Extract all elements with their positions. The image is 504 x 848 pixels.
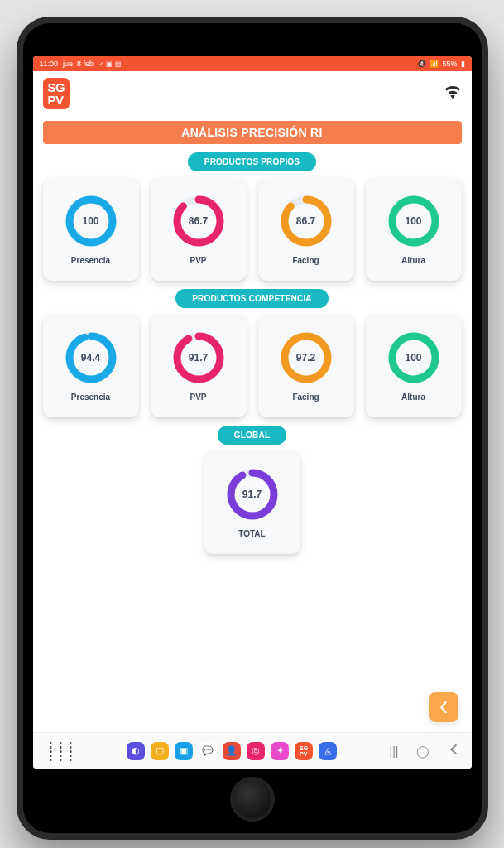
app-logo[interactable]: SG PV [43, 78, 70, 109]
dock-app-icon[interactable]: 👤 [223, 742, 241, 760]
tablet-frame: 11:00 jue, 8 feb ✓ ▣ ▤ 🔇 📶 55% ▮ SG PV [17, 17, 488, 840]
logo-line-2: PV [48, 94, 65, 106]
dock-app-icon[interactable]: ◬ [319, 742, 337, 760]
status-tray-icons: ✓ ▣ ▤ [98, 60, 121, 68]
donut-chart: 86.7 [280, 195, 333, 248]
logo-line-1: SG [48, 81, 65, 94]
metric-label: Altura [401, 256, 425, 265]
metric-card[interactable]: 86.7 Facing [258, 178, 354, 281]
mute-icon: 🔇 [417, 60, 426, 68]
cards-row: 94.4 Presencia 91.7 PVP 97.2 Facing [43, 315, 462, 417]
section-pill: PRODUCTOS COMPETENCIA [175, 289, 329, 308]
home-button-nav[interactable]: ◯ [416, 744, 430, 758]
screen: 11:00 jue, 8 feb ✓ ▣ ▤ 🔇 📶 55% ▮ SG PV [33, 56, 472, 768]
donut-chart: 86.7 [172, 195, 225, 248]
metric-label: Facing [292, 256, 319, 265]
section-pill: PRODUCTOS PROPIOS [188, 152, 316, 171]
metric-card[interactable]: 91.7 PVP [151, 315, 247, 417]
metric-value: 91.7 [189, 352, 208, 364]
metric-card[interactable]: 97.2 Facing [258, 315, 354, 417]
recents-button[interactable]: ||| [390, 744, 399, 758]
dock-apps: ◐▢▣💬👤◎✦SGPV◬ [127, 742, 337, 760]
battery-text: 55% [442, 60, 457, 68]
physical-home-button[interactable] [230, 777, 275, 822]
metric-label: Altura [401, 393, 425, 402]
dock-app-icon[interactable]: ▣ [175, 742, 193, 760]
metric-card[interactable]: 100 Altura [366, 178, 462, 281]
metric-label: Facing [292, 393, 319, 402]
dock-app-icon[interactable]: ✦ [271, 742, 289, 760]
metric-value: 91.7 [242, 489, 262, 500]
metric-label: PVP [190, 393, 206, 402]
metric-label: TOTAL [238, 529, 265, 538]
metric-card[interactable]: 86.7 PVP [151, 178, 247, 281]
dock-app-icon[interactable]: ◐ [127, 742, 145, 760]
metric-label: Presencia [71, 393, 110, 402]
wifi-icon[interactable] [444, 84, 462, 104]
status-time: 11:00 [40, 60, 59, 68]
metric-card[interactable]: 100 Altura [366, 315, 462, 417]
metric-value: 100 [405, 215, 421, 227]
status-date: jue, 8 feb [63, 60, 94, 68]
cards-row: 91.7 TOTAL [43, 451, 462, 554]
cards-row: 100 Presencia 86.7 PVP 86.7 Facing [43, 178, 462, 281]
donut-chart: 100 [387, 331, 440, 384]
dock-app-icon[interactable]: 💬 [199, 742, 217, 760]
metric-value: 86.7 [189, 215, 208, 227]
donut-chart: 91.7 [226, 468, 279, 521]
metric-label: PVP [190, 256, 206, 265]
metric-label: Presencia [71, 256, 110, 265]
metric-value: 100 [405, 352, 421, 364]
metric-card[interactable]: 100 Presencia [43, 178, 139, 281]
donut-chart: 91.7 [172, 331, 225, 384]
page-title: ANÁLISIS PRECISIÓN RI [43, 121, 462, 144]
metric-value: 100 [82, 215, 98, 227]
dock-app-icon[interactable]: SGPV [295, 742, 313, 760]
metric-value: 86.7 [296, 215, 315, 227]
tablet-bezel: 11:00 jue, 8 feb ✓ ▣ ▤ 🔇 📶 55% ▮ SG PV [23, 23, 482, 833]
apps-drawer-icon[interactable]: ⋮⋮⋮⋮⋮⋮⋮⋮⋮ [45, 744, 74, 758]
metric-value: 97.2 [296, 352, 315, 364]
app-header: SG PV [33, 71, 472, 116]
status-bar: 11:00 jue, 8 feb ✓ ▣ ▤ 🔇 📶 55% ▮ [33, 56, 472, 71]
dock-app-icon[interactable]: ▢ [151, 742, 169, 760]
section-pill: GLOBAL [218, 426, 286, 445]
dock-app-icon[interactable]: ◎ [247, 742, 265, 760]
system-nav-buttons: ||| ◯ [390, 744, 460, 758]
donut-chart: 97.2 [280, 331, 333, 384]
system-nav-bar: ⋮⋮⋮⋮⋮⋮⋮⋮⋮ ◐▢▣💬👤◎✦SGPV◬ ||| ◯ [33, 732, 472, 768]
back-button[interactable] [429, 692, 458, 722]
metric-card[interactable]: 94.4 Presencia [43, 315, 139, 417]
donut-chart: 94.4 [65, 331, 118, 384]
metric-card[interactable]: 91.7 TOTAL [204, 451, 300, 554]
metric-value: 94.4 [81, 352, 100, 364]
back-button-nav[interactable] [448, 744, 459, 758]
battery-icon: ▮ [461, 60, 465, 68]
donut-chart: 100 [387, 195, 440, 248]
wifi-small-icon: 📶 [430, 60, 439, 68]
donut-chart: 100 [65, 195, 118, 248]
main-content: ANÁLISIS PRECISIÓN RI PRODUCTOS PROPIOS … [33, 116, 472, 732]
